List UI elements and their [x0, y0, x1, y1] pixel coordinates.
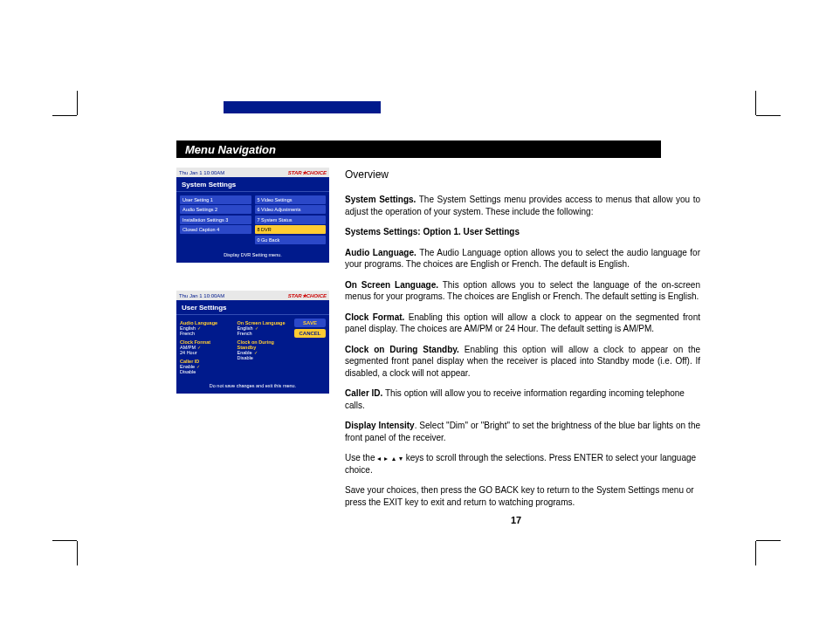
shot-footer: Display DVR Setting menu. — [176, 247, 329, 257]
setting-option[interactable]: French — [238, 331, 290, 336]
cancel-button[interactable]: CANCEL — [294, 329, 326, 338]
screenshot-system-settings: Thu Jan 1 10:00AM STAR★CHOICE System Set… — [176, 168, 329, 263]
screenshot-user-settings: Thu Jan 1 10:00AM STAR★CHOICE User Setti… — [176, 291, 329, 394]
page-number: 17 — [511, 515, 521, 525]
paragraph-audio-language: Audio Language. The Audio Language optio… — [345, 247, 700, 271]
brand-logo: STAR★CHOICE — [288, 292, 327, 298]
shot-title: User Settings — [176, 300, 329, 315]
body-text-column: Overview System Settings. The System Set… — [345, 168, 700, 517]
setting-option[interactable]: 24 Hour — [180, 350, 232, 355]
save-button[interactable]: SAVE — [294, 319, 326, 327]
content-area: Thu Jan 1 10:00AM STAR★CHOICE System Set… — [176, 168, 700, 517]
paragraph-on-screen-language: On Screen Language. This option allows y… — [345, 279, 700, 303]
shot-header: Thu Jan 1 10:00AM STAR★CHOICE — [176, 168, 329, 177]
button-column: SAVE CANCEL — [294, 317, 326, 374]
menu-item[interactable]: Installation Settings 3 — [180, 216, 251, 224]
user-settings-grid: Audio LanguageEnglishFrenchClock FormatA… — [176, 315, 329, 378]
paragraph-clock-standby: Clock on During Standby. Enabling this o… — [345, 344, 700, 380]
menu-item[interactable]: Closed Caption 4 — [180, 225, 251, 234]
check-icon — [196, 325, 201, 331]
shot-time: Thu Jan 1 10:00AM — [179, 170, 224, 175]
paragraph-caller-id: Caller ID. This option will allow you to… — [345, 387, 700, 411]
section-title: Menu Navigation — [185, 143, 276, 156]
shot-footer: Do not save changes and exit this menu. — [176, 378, 329, 388]
setting-option[interactable]: Disable — [238, 355, 290, 360]
menu-item[interactable]: 6 Video Adjustments — [255, 205, 327, 214]
check-icon — [253, 325, 258, 331]
menu-item[interactable]: 5 Video Settings — [255, 195, 327, 204]
menu-item[interactable]: Audio Settings 2 — [180, 205, 251, 214]
brand-logo: STAR★CHOICE — [288, 169, 327, 175]
menu-item[interactable]: 0 Go Back — [255, 236, 327, 244]
shot-title: System Settings — [176, 177, 329, 192]
menu-grid: User Setting 1Audio Settings 2Installati… — [176, 192, 329, 247]
blue-accent-tab — [224, 101, 381, 113]
paragraph-clock-format: Clock Format. Enabling this option will … — [345, 312, 700, 335]
paragraph-system-settings: System Settings. The System Settings men… — [345, 194, 700, 217]
screenshots-column: Thu Jan 1 10:00AM STAR★CHOICE System Set… — [176, 168, 329, 517]
paragraph-display-intensity: Display Intensity. Select "Dim" or "Brig… — [345, 420, 700, 443]
subheading-option1: Systems Settings: Option 1. User Setting… — [345, 226, 700, 238]
section-title-bar: Menu Navigation — [176, 140, 661, 158]
arrow-keys-icon: ◂ ▸ ▴ ▾ — [377, 455, 403, 462]
shot-time: Thu Jan 1 10:00AM — [179, 293, 224, 298]
overview-heading: Overview — [345, 168, 700, 182]
paragraph-use-keys: Use the ◂ ▸ ▴ ▾ keys to scroll through t… — [345, 452, 700, 476]
menu-item[interactable]: 7 System Status — [255, 216, 327, 224]
menu-item[interactable]: User Setting 1 — [180, 195, 251, 204]
setting-label: Clock on During Standby — [238, 339, 290, 350]
paragraph-save-exit: Save your choices, then press the GO BAC… — [345, 484, 700, 508]
menu-item[interactable]: 8 DVR — [255, 225, 327, 234]
shot-header: Thu Jan 1 10:00AM STAR★CHOICE — [176, 291, 329, 300]
setting-option[interactable]: Disable — [180, 369, 232, 374]
setting-option[interactable]: French — [180, 331, 232, 336]
